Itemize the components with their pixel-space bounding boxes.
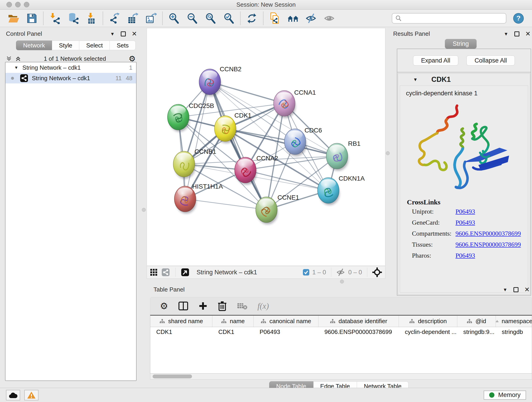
column-header-namespace[interactable]: namespace	[496, 316, 532, 327]
zoom-in-icon[interactable]	[168, 13, 180, 24]
function-builder-icon[interactable]: f(x)	[258, 301, 269, 311]
network-edge[interactable]	[210, 82, 266, 210]
horizontal-splitter-handle[interactable]	[340, 280, 344, 283]
network-node-CCNB1[interactable]: CCNB1	[173, 148, 216, 179]
network-view-icon[interactable]	[162, 268, 170, 276]
column-header-name[interactable]: name	[212, 316, 254, 327]
export-network-icon[interactable]	[109, 13, 120, 24]
table-cell[interactable]: CDK1	[150, 327, 212, 337]
crosslink-link[interactable]: P06493	[456, 252, 475, 259]
collapse-all-button[interactable]: Collapse All	[467, 56, 515, 65]
string-home-icon[interactable]	[287, 13, 299, 24]
new-network-from-selection-icon[interactable]	[269, 13, 280, 24]
tab-select[interactable]: Select	[79, 41, 110, 50]
import-network-database-icon[interactable]	[67, 13, 79, 24]
table-cell[interactable]: stringdb	[496, 327, 532, 337]
column-header-canonical-name[interactable]: canonical name	[254, 316, 318, 327]
export-table-icon[interactable]	[127, 13, 138, 24]
network-row[interactable]: String Network – cdk1 11 48	[6, 73, 136, 83]
network-node-CCNE1[interactable]: CCNE1	[256, 194, 299, 224]
export-image-icon[interactable]	[145, 13, 157, 24]
close-panel-icon[interactable]: ✕	[132, 31, 137, 37]
warnings-button[interactable]	[24, 390, 38, 400]
delete-column-icon[interactable]	[218, 301, 227, 311]
grid-view-icon[interactable]	[150, 269, 157, 276]
cloud-button[interactable]	[6, 390, 20, 400]
hide-selected-icon[interactable]	[306, 13, 317, 24]
minimize-window-button[interactable]	[15, 2, 21, 7]
network-node-CDC6[interactable]: CDC6	[284, 127, 322, 156]
network-node-RB1[interactable]: RB1	[326, 140, 360, 171]
table-options-gear-icon[interactable]: ⚙	[160, 301, 168, 311]
network-edge[interactable]	[245, 170, 328, 191]
collapse-all-icon[interactable]	[6, 56, 12, 62]
apply-layout-icon[interactable]	[246, 13, 258, 24]
column-header-@id[interactable]: @id	[457, 316, 496, 327]
show-all-icon[interactable]	[324, 13, 336, 24]
panel-menu-icon[interactable]: ▼	[503, 287, 507, 292]
table-cell[interactable]: 9606.ENSP00000378699	[318, 327, 399, 337]
close-panel-icon[interactable]: ✕	[525, 31, 531, 37]
collapse-entry-icon[interactable]: ▼	[413, 77, 418, 82]
hidden-eye-icon[interactable]	[336, 268, 346, 276]
node-result-header[interactable]: ▼ CDK1	[398, 74, 530, 85]
import-network-file-icon[interactable]	[49, 13, 60, 24]
network-graph[interactable]: CCNB2CCNA1CDC25BCDK1CDC6RB1CCNB1CCNA2CDK…	[147, 28, 385, 266]
crosslink-link[interactable]: 9606.ENSP00000378699	[456, 230, 521, 237]
zoom-selected-icon[interactable]	[223, 13, 234, 24]
crosslink-link[interactable]: 9606.ENSP00000378699	[456, 241, 521, 248]
panel-menu-icon[interactable]: ▼	[110, 32, 115, 36]
expand-all-button[interactable]: Expand All	[413, 56, 458, 65]
network-node-CDK1[interactable]: CDK1	[215, 112, 252, 143]
crosslink-link[interactable]: P06493	[456, 208, 475, 215]
table-cell[interactable]: CDK1	[212, 327, 254, 337]
float-panel-icon[interactable]	[121, 32, 126, 36]
column-header-description[interactable]: description	[399, 316, 457, 327]
network-node-CDKN1A[interactable]: CDKN1A	[317, 175, 365, 205]
network-edge[interactable]	[185, 199, 266, 210]
network-edge[interactable]	[185, 82, 210, 199]
left-splitter-handle[interactable]	[142, 208, 146, 212]
collection-expander-icon[interactable]: ▼	[14, 65, 18, 70]
zoom-out-icon[interactable]	[186, 13, 198, 24]
right-splitter-handle[interactable]	[386, 151, 390, 155]
close-panel-icon[interactable]: ✕	[525, 287, 530, 293]
node-table[interactable]: shared namenamecanonical namedatabase id…	[150, 315, 532, 374]
column-header-shared-name[interactable]: shared name	[150, 316, 212, 327]
network-collection-row[interactable]: ▼ String Network – cdk1 1	[6, 62, 136, 73]
tab-string[interactable]: String	[445, 39, 477, 49]
import-table-icon[interactable]	[86, 13, 97, 24]
save-session-icon[interactable]	[26, 13, 38, 24]
panel-menu-icon[interactable]: ▼	[504, 32, 508, 36]
float-panel-icon[interactable]	[513, 287, 519, 292]
expand-all-icon[interactable]	[15, 56, 21, 62]
scrollbar-thumb[interactable]	[152, 375, 192, 378]
network-options-gear-icon[interactable]: ⚙	[129, 55, 136, 63]
float-panel-icon[interactable]	[514, 32, 519, 36]
table-cell[interactable]: cyclin-dependent ...	[399, 327, 457, 337]
close-window-button[interactable]	[6, 2, 12, 7]
fit-content-icon[interactable]	[372, 268, 382, 277]
table-cell[interactable]: P06493	[254, 327, 318, 337]
add-column-icon[interactable]	[198, 301, 208, 311]
zoom-window-button[interactable]	[24, 2, 29, 7]
zoom-fit-icon[interactable]	[205, 13, 216, 24]
show-columns-icon[interactable]	[178, 301, 188, 311]
search-field[interactable]	[392, 13, 506, 24]
network-node-CCNB2[interactable]: CCNB2	[199, 65, 241, 96]
help-icon[interactable]: ?	[513, 13, 524, 24]
open-session-icon[interactable]	[8, 13, 19, 24]
delete-table-icon[interactable]	[237, 302, 247, 310]
tab-network[interactable]: Network	[16, 41, 52, 50]
table-row[interactable]: CDK1CDK1P064939606.ENSP00000378699cyclin…	[150, 327, 532, 337]
crosslink-link[interactable]: P06493	[456, 219, 475, 226]
memory-button[interactable]: Memory	[484, 390, 526, 400]
network-canvas[interactable]: CCNB2CCNA1CDC25BCDK1CDC6RB1CCNB1CCNA2CDK…	[147, 28, 385, 266]
selected-checkbox-icon[interactable]	[303, 269, 310, 276]
tab-sets[interactable]: Sets	[110, 41, 136, 50]
search-input[interactable]	[402, 15, 503, 22]
tab-style[interactable]: Style	[52, 41, 79, 50]
edge-layer[interactable]	[178, 82, 337, 210]
birdseye-view-icon[interactable]	[181, 268, 189, 276]
network-node-HIST1H1A[interactable]: HIST1H1A	[174, 183, 223, 214]
